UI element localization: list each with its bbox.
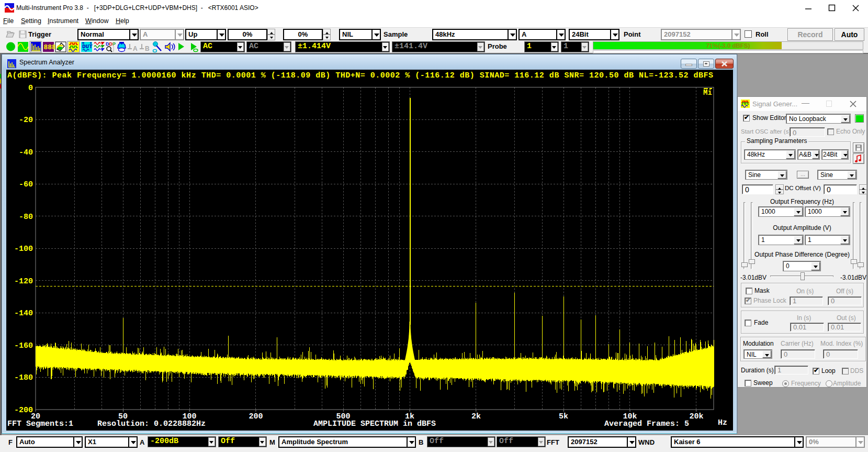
svg-text:-60: -60 <box>19 180 33 189</box>
svg-text:-200: -200 <box>14 406 33 415</box>
svg-text:A(dBFS): Peak Frequency= 1.00: A(dBFS): Peak Frequency= 1.0000160 kHz T… <box>7 71 713 80</box>
svg-text:-160: -160 <box>14 341 33 350</box>
svg-text:-40: -40 <box>19 148 33 157</box>
svg-text:0: 0 <box>28 84 33 93</box>
svg-text:-180: -180 <box>14 373 33 382</box>
svg-text:Resolution: 0.0228882Hz: Resolution: 0.0228882Hz <box>97 420 206 428</box>
svg-text:Averaged Frames: 5: Averaged Frames: 5 <box>604 420 689 428</box>
svg-text:-100: -100 <box>14 245 33 253</box>
svg-text:FFT Segments:1: FFT Segments:1 <box>7 420 73 428</box>
svg-text:20k: 20k <box>689 412 703 421</box>
svg-text:AMPLITUDE SPECTRUM in dBFS: AMPLITUDE SPECTRUM in dBFS <box>313 420 436 428</box>
svg-text:-20: -20 <box>19 116 33 125</box>
svg-text:Hz: Hz <box>718 418 727 427</box>
svg-text:5k: 5k <box>559 412 568 421</box>
svg-text:200: 200 <box>249 412 263 421</box>
svg-text:-80: -80 <box>19 213 33 222</box>
svg-text:Mi: Mi <box>703 89 712 97</box>
svg-text:-140: -140 <box>14 309 33 318</box>
svg-text:2k: 2k <box>471 412 481 421</box>
svg-text:-120: -120 <box>14 277 33 286</box>
